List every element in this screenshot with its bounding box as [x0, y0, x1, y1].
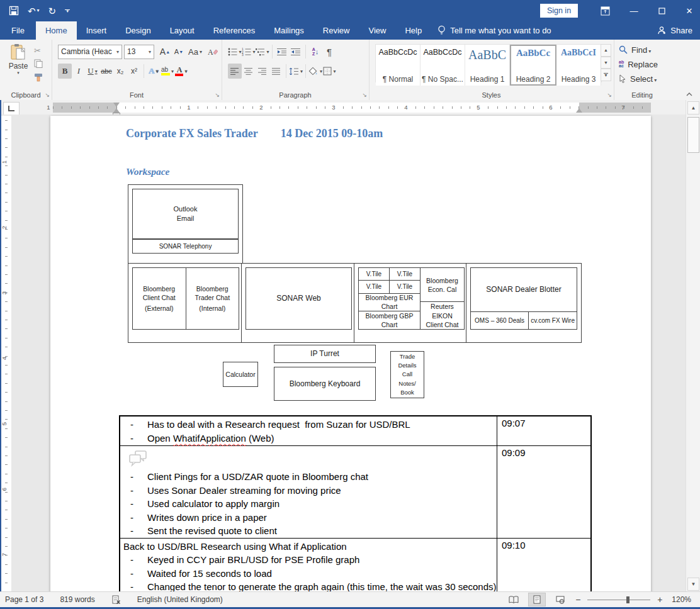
minimize-button[interactable]: —: [623, 0, 645, 21]
tab-insert[interactable]: Insert: [77, 21, 116, 40]
increase-indent-button[interactable]: [289, 44, 303, 59]
cut-button[interactable]: ✂: [34, 45, 41, 56]
time-cell[interactable]: 09:10: [497, 538, 592, 592]
align-center-button[interactable]: [242, 64, 256, 79]
zoom-slider[interactable]: [587, 600, 650, 600]
language-indicator[interactable]: English (United Kingdom): [137, 595, 223, 604]
page-indicator[interactable]: Page 1 of 3: [5, 595, 43, 604]
reuters-eikon-cell[interactable]: Reuters EIKON Client Chat: [421, 302, 464, 329]
share-button[interactable]: Share: [657, 21, 692, 40]
tab-help[interactable]: Help: [395, 21, 431, 40]
maximize-button[interactable]: [651, 0, 672, 21]
client-chat-cell[interactable]: Bloomberg Client Chat (External): [133, 268, 186, 329]
style-heading1[interactable]: AaBbC Heading 1: [465, 45, 510, 86]
align-left-button[interactable]: [228, 64, 242, 79]
customize-quick-access-icon[interactable]: ▾: [65, 9, 70, 13]
proofing-icon[interactable]: [111, 595, 121, 605]
print-layout-icon[interactable]: [528, 593, 546, 606]
clear-formatting-button[interactable]: A: [206, 44, 220, 59]
zoom-out-button[interactable]: −: [575, 595, 581, 605]
gallery-more-icon[interactable]: ▼: [601, 69, 611, 81]
multilevel-list-button[interactable]: [256, 44, 269, 59]
select-button[interactable]: Select: [619, 72, 657, 85]
tab-design[interactable]: Design: [116, 21, 160, 40]
event-table[interactable]: Has to deal with a Research request from…: [119, 415, 592, 592]
vertical-scrollbar[interactable]: ▲ ▼: [686, 100, 700, 592]
vertical-ruler[interactable]: 1 2 3 4 5 6 7: [1, 116, 11, 592]
time-cell[interactable]: 09:09: [497, 446, 592, 539]
font-name-combo[interactable]: Cambria (Heac: [58, 45, 122, 59]
gallery-scroll-down-icon[interactable]: ▼: [601, 57, 611, 69]
paste-button[interactable]: Paste ▾: [5, 43, 31, 75]
scrollbar-thumb[interactable]: [687, 117, 699, 153]
close-button[interactable]: ✕: [679, 0, 700, 21]
sonar-web-box[interactable]: SONAR Web: [241, 263, 356, 343]
oms-cell[interactable]: OMS – 360 Deals: [471, 312, 529, 329]
font-color-button[interactable]: A: [174, 64, 188, 79]
borders-button[interactable]: [322, 64, 336, 79]
superscript-button[interactable]: x²: [127, 64, 141, 79]
strikethrough-button[interactable]: abc: [99, 64, 113, 79]
style-no-spacing[interactable]: AaBbCcDc ¶ No Spac...: [421, 45, 465, 86]
ribbon-display-options-icon[interactable]: [594, 0, 616, 21]
collapse-ribbon-icon[interactable]: [686, 92, 692, 96]
tab-mailings[interactable]: Mailings: [264, 21, 313, 40]
gbp-chart-cell[interactable]: Bloomberg GBP Chart: [359, 311, 420, 329]
clipboard-dialog-launcher-icon[interactable]: ↘: [45, 92, 50, 98]
trade-details-box[interactable]: Trade Details Call Notes/ Book: [390, 351, 424, 398]
event-cell[interactable]: Has to deal with a Research request from…: [120, 416, 497, 446]
bullets-button[interactable]: [228, 44, 242, 59]
tab-selector[interactable]: [3, 102, 20, 115]
vtile-grid-box[interactable]: V.Tile V.Tile V.Tile V.Tile Bloomberg EU…: [354, 263, 469, 343]
find-button[interactable]: Find: [619, 43, 651, 56]
tab-file[interactable]: File: [0, 21, 36, 40]
first-line-indent-marker[interactable]: [113, 103, 120, 107]
trader-chat-cell[interactable]: Bloomberg Trader Chat (Internal): [186, 268, 239, 329]
bloomberg-keyboard-box[interactable]: Bloomberg Keyboard: [274, 367, 376, 401]
redo-button[interactable]: ↻: [48, 6, 57, 16]
word-count[interactable]: 819 words: [60, 595, 94, 604]
blotter-cell[interactable]: SONAR Dealer Blotter: [471, 268, 577, 312]
show-paragraph-marks-button[interactable]: ¶: [322, 44, 336, 59]
save-icon[interactable]: [9, 6, 19, 16]
italic-button[interactable]: I: [72, 64, 86, 79]
web-layout-icon[interactable]: [552, 593, 568, 606]
fx-wire-cell[interactable]: cv.com FX Wire: [529, 312, 577, 329]
change-case-button[interactable]: Aa: [188, 44, 202, 59]
tell-me-box[interactable]: Tell me what you want to do: [431, 21, 557, 40]
read-mode-icon[interactable]: [505, 593, 522, 606]
vtile-cell[interactable]: V.Tile: [359, 268, 390, 280]
paragraph-dialog-launcher-icon[interactable]: ↘: [362, 92, 367, 98]
shrink-font-button[interactable]: A▼: [172, 44, 186, 59]
scroll-down-icon[interactable]: ▼: [687, 578, 699, 591]
sonar-telephony-cell[interactable]: SONAR Telephony: [132, 239, 239, 254]
bold-button[interactable]: B: [58, 64, 72, 79]
event-cell[interactable]: Back to USD/BRL Research using What if A…: [120, 538, 497, 592]
vtile-cell[interactable]: V.Tile: [390, 281, 420, 293]
highlight-color-button[interactable]: ab: [161, 64, 174, 79]
justify-button[interactable]: [269, 64, 283, 79]
decrease-indent-button[interactable]: [275, 44, 289, 59]
font-dialog-launcher-icon[interactable]: ↘: [215, 92, 220, 98]
sort-button[interactable]: AZ↓: [308, 44, 322, 59]
tab-layout[interactable]: Layout: [161, 21, 204, 40]
outlook-box[interactable]: Outlook Email SONAR Telephony: [128, 184, 243, 267]
hanging-indent-marker[interactable]: [113, 108, 120, 113]
styles-dialog-launcher-icon[interactable]: ↘: [607, 92, 612, 98]
font-size-combo[interactable]: 13: [124, 45, 154, 59]
right-indent-marker[interactable]: [576, 108, 582, 113]
style-heading2[interactable]: AaBbCc Heading 2: [510, 45, 556, 86]
grow-font-button[interactable]: A▲: [158, 44, 172, 59]
style-heading3[interactable]: AaBbCcI Heading 3: [556, 45, 601, 86]
replace-button[interactable]: abac Replace: [619, 58, 658, 70]
outlook-email-cell[interactable]: Outlook Email: [132, 189, 239, 239]
sign-in-button[interactable]: Sign in: [540, 4, 578, 18]
document-page[interactable]: Corporate FX Sales Trader14 Dec 2015 09-…: [50, 116, 651, 592]
eur-chart-cell[interactable]: Bloomberg EUR Chart: [359, 294, 420, 311]
tab-review[interactable]: Review: [313, 21, 359, 40]
undo-button[interactable]: ↶▾: [28, 6, 40, 16]
tab-home[interactable]: Home: [36, 21, 77, 40]
gallery-scroll-up-icon[interactable]: ▲: [601, 44, 611, 57]
align-right-button[interactable]: [256, 64, 269, 79]
zoom-slider-thumb[interactable]: [626, 596, 629, 603]
